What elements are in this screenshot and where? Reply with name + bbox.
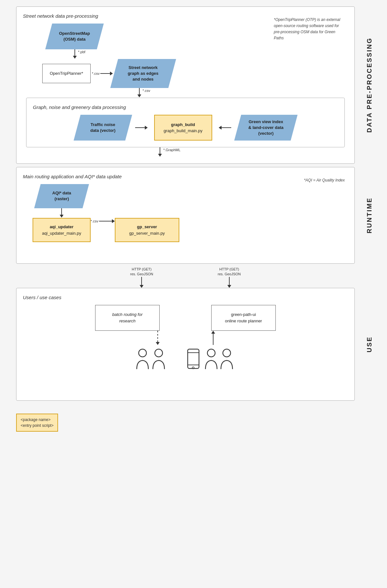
http-right-arrow: HTTP (GET)res. GeoJSON [218,267,241,288]
gp-server-label: gp_server gp_server_main.py [129,224,165,236]
runtime-row: AQI* data(raster) aqi_updater aqi_update… [23,184,348,242]
graphml-arrow [158,147,162,157]
green-arrow-shaft [222,127,231,128]
noise-node: Traffic noisedata (vector) [74,115,132,141]
aqi-down-arrow [60,208,64,218]
use-label-text: USE [366,336,373,352]
csv-down-arrow [137,88,141,98]
solid-arrow-right [211,331,215,345]
street-graph-label: Street networkgraph as edgesand nodes [128,65,158,83]
graph-build-node: graph_build graph_build_main.py [154,115,212,141]
legend-line1: <package name> [21,417,51,422]
aqi-csv-label: *.csv [91,219,98,223]
preprocessing-section: Street network data pre-processing *Open… [16,6,355,164]
ui-label: green-path-uionline route planner [225,311,262,324]
csv-down-arrow-wrap: *.csv [23,88,348,98]
http-left-arrowhead [140,285,144,288]
graph-processing-section: Graph, noise and greenery data processin… [26,98,345,147]
aqi-down-shaft [61,208,62,215]
aqi-updater-label: aqi_updater aqi_updater_main.py [42,224,81,236]
osm-node: OpenStreetMap(OSM) data [45,24,104,49]
graphml-label: *.GraphML [163,148,180,152]
batch-routing-label: batch routing forresearch [112,311,143,324]
use-section: Users / use cases batch routing forresea… [16,288,355,401]
http-right-shaft [229,277,230,285]
use-side-label: USE [360,288,379,401]
aqi-csv-arrowhead [112,219,115,223]
aqi-updater-script: aqi_updater_main.py [42,231,81,236]
phone-icon [186,348,201,371]
dashed-arrow-left [156,331,160,345]
dashed-shaft-left [157,331,158,342]
aqi-note-text: *AQI = Air Quality Index [304,178,345,182]
csv-down-label: *.csv [143,89,150,93]
graphml-shaft [160,147,160,154]
legend-container: <package name> <entry point script> [16,407,355,432]
solid-shaft-right [213,334,213,345]
green-view-node: Green view index& land-cover data(vector… [234,115,297,141]
pbf-label: *.pbf [78,50,85,54]
person-icon-4 [217,348,235,371]
gp-server-name: gp_server [137,224,157,229]
legend-text: <package name> <entry point script> [21,417,54,428]
legend-box: <package name> <entry point script> [16,414,58,432]
aqi-updater-node: aqi_updater aqi_updater_main.py [33,218,91,242]
runtime-side-label: RUNTIME [360,167,379,264]
noise-label: Traffic noisedata (vector) [90,122,115,133]
otp-node: OpenTripPlanner* [42,64,91,83]
csv-down-arrowhead [137,94,141,97]
graph-build-row: Traffic noisedata (vector) graph_build g… [33,115,338,141]
graph-processing-title: Graph, noise and greenery data processin… [33,104,338,110]
http-right-arrowhead [227,285,231,288]
runtime-label-text: RUNTIME [366,197,373,233]
gp-server-script: gp_server_main.py [129,231,165,236]
pbf-arrow-shaft [74,49,75,56]
pbf-arrow-wrap: *.pbf [23,49,348,59]
aqi-node: AQI* data(raster) [34,184,89,208]
noise-to-build-arrow [135,126,148,130]
aqi-csv-shaft [99,221,112,221]
http-left-label: HTTP (GET)res. GeoJSON [130,267,153,277]
csv-arrowhead [110,72,113,75]
csv-down-shaft [139,88,140,94]
aqi-column: AQI* data(raster) aqi_updater aqi_update… [33,184,91,242]
preproc-side-label: DATA PRE-PROCESSING [360,6,379,164]
legend-line2: <entry point script> [21,423,54,428]
dashed-arrowhead-left [156,342,160,345]
runtime-section: Main routing application and AQI* data u… [16,167,355,264]
batch-routing-text: batch routing forresearch [112,312,143,323]
aqi-down-arrowhead [60,215,64,218]
use-wrapper: Users / use cases batch routing forresea… [16,288,355,401]
solid-arrowhead-right [211,331,215,334]
aqi-note: *AQI = Air Quality Index [304,177,345,183]
street-graph-node: Street networkgraph as edgesand nodes [110,59,176,88]
graphml-arrow-wrap: *.GraphML [158,147,180,157]
green-to-build-arrow [219,126,231,130]
runtime-wrapper: Main routing application and AQI* data u… [16,167,355,264]
csv-arrow-shaft [100,73,110,74]
online-users-group [186,348,235,371]
otp-to-graph-arrow: *.csv [92,72,113,75]
svg-point-6 [207,349,215,357]
ui-node: green-path-uionline route planner [211,305,276,331]
noise-arrow-shaft [135,127,145,128]
graph-build-script: graph_build_main.py [164,128,203,133]
use-title: Users / use cases [23,295,348,300]
otp-note: *OpenTripPlanner (OTP) is an external op… [274,16,345,41]
graph-build-name: graph_build [171,122,195,127]
otp-row: OpenTripPlanner* *.csv Street networkgra… [23,59,348,88]
graphml-arrowhead [158,154,162,157]
runtime-title: Main routing application and AQI* data u… [23,174,348,179]
aqi-updater-name: aqi_updater [50,224,74,229]
green-view-label: Green view index& land-cover data(vector… [248,119,283,137]
svg-rect-2 [188,349,199,368]
gp-server-node: gp_server gp_server_main.py [115,218,179,242]
otp-label: OpenTripPlanner* [50,70,83,77]
use-boxes-row: batch routing forresearch green-path-uio… [23,305,348,331]
http-right-label: HTTP (GET)res. GeoJSON [218,267,241,277]
svg-point-1 [155,349,163,357]
preproc-label-text: DATA PRE-PROCESSING [366,37,373,133]
svg-point-0 [139,349,146,357]
http-left-arrow: HTTP (GET)res. GeoJSON [130,267,153,288]
researchers-group [136,348,167,371]
